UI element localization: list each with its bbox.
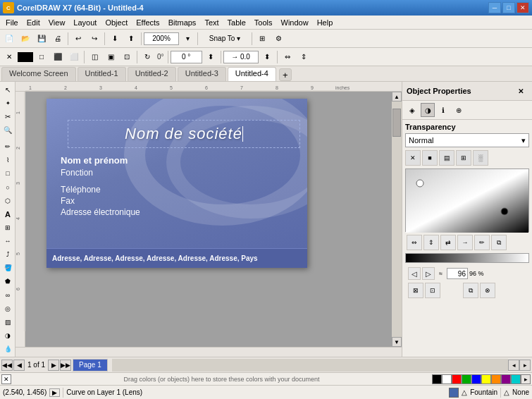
scroll-right-button[interactable]: ▸ xyxy=(519,360,531,371)
menu-item-file[interactable]: File xyxy=(1,17,23,28)
menu-item-help[interactable]: Help xyxy=(313,17,338,28)
import-button[interactable]: ⬇ xyxy=(107,31,123,47)
crop-tool[interactable]: ✂ xyxy=(1,110,15,123)
transparency-tool[interactable]: ◑ xyxy=(1,329,15,342)
more-props-icon[interactable]: ⊕ xyxy=(452,103,466,117)
position-indicator[interactable]: ▶ xyxy=(49,388,60,397)
mirror-h-button[interactable]: ⇔ xyxy=(407,235,422,250)
color-swatch-black[interactable] xyxy=(432,374,442,384)
close-button[interactable]: ✕ xyxy=(516,2,529,13)
first-page-button[interactable]: ◀◀ xyxy=(1,360,13,371)
opacity-input[interactable] xyxy=(447,268,468,279)
v-scrollbar[interactable]: ▲ ▼ xyxy=(392,92,402,347)
summary-props-icon[interactable]: ℹ xyxy=(436,103,450,117)
minimize-button[interactable]: ─ xyxy=(488,2,501,13)
zoom-input[interactable] xyxy=(144,32,179,45)
color-swatch-cyan[interactable] xyxy=(511,374,521,384)
new-button[interactable]: 📄 xyxy=(1,31,17,47)
fill-square[interactable] xyxy=(18,52,33,62)
snap-to-button[interactable]: Snap To ▾ xyxy=(200,31,249,47)
menu-item-bitmaps[interactable]: Bitmaps xyxy=(164,17,201,28)
panel-close-button[interactable]: ✕ xyxy=(514,84,528,98)
open-button[interactable]: 📂 xyxy=(18,31,33,47)
rectangle-tool[interactable]: □ xyxy=(1,167,15,180)
scroll-track[interactable] xyxy=(392,102,402,337)
drawing-canvas[interactable]: Nom de société Nom et prénom Fonction Té… xyxy=(25,92,402,347)
zoom-tool[interactable]: 🔍 xyxy=(1,123,15,136)
blend-tool[interactable]: ∞ xyxy=(1,288,15,301)
freehand-tool[interactable]: ✏ xyxy=(1,140,15,153)
menu-item-layout[interactable]: Layout xyxy=(69,17,101,28)
copy-props-icon[interactable]: ⧉ xyxy=(463,283,478,298)
clear-trans-icon[interactable]: ⊗ xyxy=(480,283,495,298)
scroll-up-button[interactable]: ▲ xyxy=(392,92,402,102)
menu-item-view[interactable]: View xyxy=(44,17,70,28)
ellipse-tool[interactable]: ○ xyxy=(1,180,15,193)
color-swatch-purple[interactable] xyxy=(501,374,511,384)
rotate-tool[interactable]: ↻ xyxy=(140,49,155,65)
color-swatch-green[interactable] xyxy=(462,374,471,384)
options-button[interactable]: ⚙ xyxy=(271,31,286,47)
color-swatch-orange[interactable] xyxy=(491,374,501,384)
edit-button[interactable]: ✏ xyxy=(474,235,490,250)
maximize-button[interactable]: □ xyxy=(502,2,515,13)
prev-page-button[interactable]: ◀ xyxy=(13,360,25,371)
fill-props-icon[interactable]: ◈ xyxy=(405,103,419,117)
mirror-h[interactable]: ⇔ xyxy=(280,49,295,65)
view-options-button[interactable]: ⊞ xyxy=(254,31,270,47)
reverse-button[interactable]: ⇄ xyxy=(440,235,456,250)
no-fill-button[interactable]: ✕ xyxy=(1,49,17,65)
next-page-button[interactable]: ▶ xyxy=(48,360,59,371)
align-left[interactable]: ◫ xyxy=(87,49,102,65)
opacity-left-button[interactable]: ◁ xyxy=(408,267,421,280)
page-1-tab[interactable]: Page 1 xyxy=(73,359,108,372)
save-button[interactable]: 💾 xyxy=(34,31,49,47)
connector-tool[interactable]: ⤴ xyxy=(1,248,15,261)
zoom-dropdown[interactable]: ▾ xyxy=(180,31,195,47)
select-tool[interactable]: ↖ xyxy=(1,83,15,96)
size-input[interactable] xyxy=(223,51,259,63)
apply-all-icon[interactable]: ⊡ xyxy=(425,283,440,298)
table-tool[interactable]: ⊞ xyxy=(1,221,15,234)
menu-item-object[interactable]: Object xyxy=(101,17,132,28)
copy-button[interactable]: ⧉ xyxy=(491,235,507,250)
color-swatch-white[interactable] xyxy=(442,374,452,384)
menu-item-table[interactable]: Table xyxy=(223,17,250,28)
no-transparency-icon[interactable]: ✕ xyxy=(405,150,421,166)
eyedropper-tool[interactable]: 💧 xyxy=(1,343,15,355)
scroll-right-palette[interactable]: ▸ xyxy=(521,374,531,384)
dimension-tool[interactable]: ↔ xyxy=(1,235,15,247)
scroll-down-button[interactable]: ▼ xyxy=(392,337,402,347)
menu-item-window[interactable]: Window xyxy=(277,17,313,28)
menu-item-tools[interactable]: Tools xyxy=(250,17,277,28)
menu-item-effects[interactable]: Effects xyxy=(132,17,163,28)
fountain-transparency-icon[interactable]: ▤ xyxy=(439,150,454,166)
window-controls[interactable]: ─ □ ✕ xyxy=(488,2,529,13)
free-scale-icon[interactable]: ⊠ xyxy=(408,283,423,298)
object-outline[interactable]: □ xyxy=(34,49,49,65)
size-arrows[interactable]: ⬍ xyxy=(259,49,275,65)
redo-button[interactable]: ↪ xyxy=(87,31,102,47)
gradient-preview[interactable] xyxy=(405,168,529,232)
polygon-tool[interactable]: ⬡ xyxy=(1,195,15,207)
tab-untitled2[interactable]: Untitled-2 xyxy=(128,67,176,81)
x-pos-arrows[interactable]: ⬍ xyxy=(203,49,218,65)
menu-item-edit[interactable]: Edit xyxy=(23,17,44,28)
fill-tool[interactable]: 🪣 xyxy=(1,262,15,274)
color-swatch-red[interactable] xyxy=(452,374,462,384)
object-type2[interactable]: ⬜ xyxy=(66,49,82,65)
no-color-swatch[interactable]: ✕ xyxy=(1,374,11,384)
tab-untitled4[interactable]: Untitled-4 xyxy=(228,67,276,81)
tab-welcome[interactable]: Welcome Screen xyxy=(1,67,76,81)
x-pos-input[interactable] xyxy=(171,51,202,63)
print-button[interactable]: 🖨 xyxy=(50,31,66,47)
add-tab-button[interactable]: + xyxy=(279,68,292,81)
color-swatch-blue[interactable] xyxy=(471,374,481,384)
apply-button[interactable]: → xyxy=(457,235,473,250)
contour-tool[interactable]: ◎ xyxy=(1,302,15,315)
mirror-v[interactable]: ⇕ xyxy=(296,49,311,65)
smart-fill-tool[interactable]: ⬟ xyxy=(1,275,15,288)
opacity-gradient-bar[interactable] xyxy=(405,253,529,263)
mirror-v-button[interactable]: ⇕ xyxy=(423,235,439,250)
transparency-mode-dropdown[interactable]: Normal ▾ xyxy=(405,133,529,147)
